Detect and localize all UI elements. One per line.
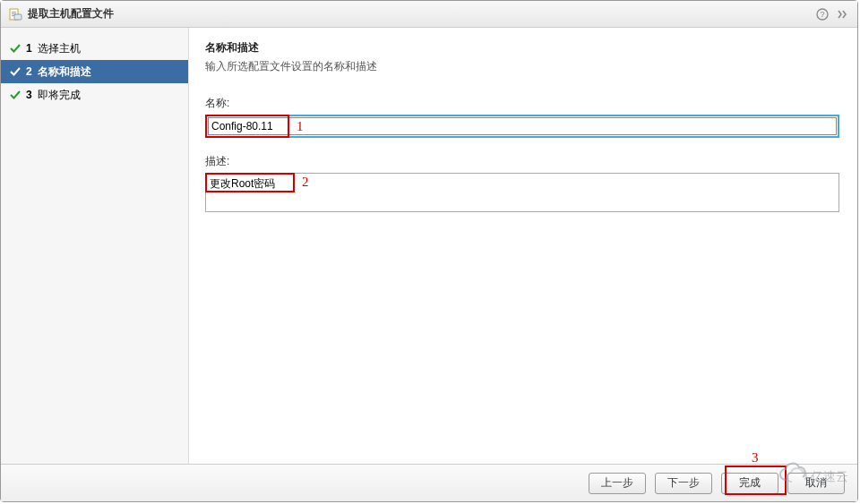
dialog-body: 1 选择主机 2 名称和描述 3 即将完成 名称和描述 输入所选配置文件设置的名… [1, 28, 857, 464]
step-number: 3 [26, 89, 32, 101]
prev-button[interactable]: 上一步 [589, 473, 646, 494]
desc-field-row: 描述: 2 [205, 154, 839, 215]
step-label: 即将完成 [38, 88, 81, 103]
help-icon[interactable]: ? [814, 6, 830, 22]
annotation-number-2: 2 [302, 175, 309, 190]
annotation-number-3: 3 [752, 450, 759, 466]
expand-icon[interactable] [834, 6, 850, 22]
svg-text:?: ? [820, 10, 824, 19]
host-profile-icon [8, 7, 22, 21]
annotation-number-1: 1 [297, 119, 304, 134]
cancel-button[interactable]: 取消 [787, 473, 845, 494]
step-number: 2 [26, 65, 32, 78]
next-button[interactable]: 下一步 [655, 473, 712, 494]
wizard-step-ready[interactable]: 3 即将完成 [1, 83, 188, 107]
profile-desc-input[interactable] [205, 173, 839, 212]
wizard-sidebar: 1 选择主机 2 名称和描述 3 即将完成 [1, 28, 189, 464]
svg-rect-4 [14, 14, 22, 20]
wizard-main: 名称和描述 输入所选配置文件设置的名称和描述 名称: 1 描述: 2 [189, 28, 857, 464]
check-icon [8, 64, 22, 79]
name-field-row: 名称: 1 [205, 96, 839, 138]
step-number: 1 [26, 42, 32, 55]
main-subheading: 输入所选配置文件设置的名称和描述 [205, 59, 839, 74]
name-label: 名称: [205, 96, 839, 111]
finish-button[interactable]: 完成 [721, 473, 778, 494]
desc-label: 描述: [205, 154, 839, 169]
wizard-dialog: 提取主机配置文件 ? 1 选择主机 [0, 0, 858, 502]
wizard-step-select-host[interactable]: 1 选择主机 [1, 37, 188, 60]
check-icon [8, 88, 22, 102]
step-label: 选择主机 [38, 41, 81, 56]
svg-rect-1 [12, 12, 16, 13]
dialog-title: 提取主机配置文件 [28, 6, 811, 21]
wizard-footer: 上一步 下一步 完成 取消 [1, 464, 857, 501]
check-icon [8, 41, 22, 56]
titlebar: 提取主机配置文件 ? [1, 1, 857, 28]
main-heading: 名称和描述 [205, 40, 839, 56]
step-label: 名称和描述 [38, 64, 91, 80]
wizard-step-name-desc[interactable]: 2 名称和描述 [1, 60, 188, 83]
